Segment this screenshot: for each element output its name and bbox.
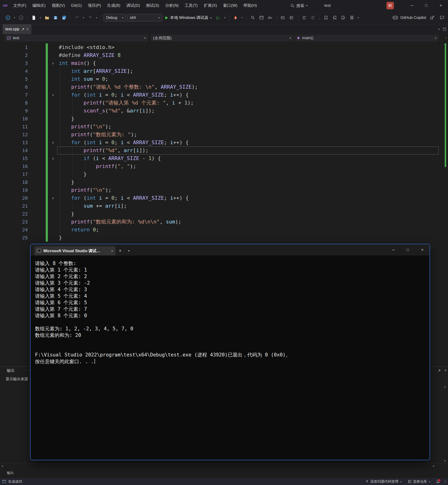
tab-list-dropdown[interactable]: ▾ (438, 28, 440, 31)
pin-icon[interactable] (22, 28, 24, 31)
menu-item[interactable]: 帮助(H) (240, 0, 260, 11)
panel-pin-icon[interactable] (438, 369, 441, 372)
menu-item[interactable]: 扩展(X) (201, 0, 220, 11)
solution-configuration-dropdown[interactable]: Debug ▾ (104, 14, 126, 22)
select-repository-button[interactable]: 选择仓库 ▲ (406, 478, 432, 485)
code-line[interactable]: 2#define ARRAY_SIZE 8 (0, 51, 442, 59)
console-tab-dropdown[interactable]: ▾ (125, 246, 133, 255)
code-line[interactable]: 16 printf(", "); (0, 162, 442, 170)
notifications-button[interactable] (435, 478, 441, 485)
console-tab-close-icon[interactable]: × (111, 249, 113, 253)
back-history-dropdown[interactable]: ▾ (13, 14, 16, 22)
output-horizontal-scrollbar[interactable]: ◂ ▸ (0, 463, 448, 468)
redo-button[interactable]: ↷ (86, 14, 94, 22)
menu-item[interactable]: Git(G) (68, 0, 85, 11)
comment-button[interactable] (301, 14, 308, 22)
start-without-debugging-button[interactable]: ▷ (215, 14, 222, 22)
share-button[interactable] (428, 14, 436, 22)
code-line[interactable]: 10 } (0, 115, 442, 123)
split-window-handle[interactable]: ↕ (445, 36, 447, 40)
panel-close-icon[interactable]: × (445, 368, 447, 373)
code-line[interactable]: 20∨ for (int i = 0; i < ARRAY_SIZE; i++)… (0, 194, 442, 202)
next-bookmark-button[interactable] (339, 14, 347, 22)
clear-bookmarks-button[interactable] (348, 14, 356, 22)
output-vertical-scrollbar[interactable]: ▴ ▾ (442, 384, 448, 463)
fold-chevron-icon[interactable]: ∨ (49, 194, 56, 202)
scroll-left-arrow-icon[interactable]: ◂ (1, 464, 3, 468)
output-source-dropdown[interactable]: 显示输出来源 (6, 377, 28, 382)
project-dropdown[interactable]: test ▾ (5, 34, 148, 41)
all-windows-button[interactable] (258, 14, 265, 22)
console-title-bar[interactable]: Microsoft Visual Studio 调试控制台 × + ▾ ─ □ … (31, 244, 430, 255)
copilot-label[interactable]: GitHub Copilot (400, 16, 426, 20)
member-dropdown[interactable]: main() ▾ (295, 34, 439, 41)
code-line[interactable]: 5 int sum = 0; (0, 75, 442, 83)
code-line[interactable]: 21 sum += arr[i]; (0, 202, 442, 210)
menu-item[interactable]: 文件(F) (10, 0, 29, 11)
find-in-files-button[interactable] (249, 14, 257, 22)
tab-options-icon[interactable] (443, 28, 446, 31)
code-line[interactable]: 18 } (0, 178, 442, 186)
solution-platform-dropdown[interactable]: x64 ▾ (127, 14, 162, 22)
code-line[interactable]: 4 int arr[ARRAY_SIZE]; (0, 67, 442, 75)
code-line[interactable]: 1#include <stdio.h> (0, 43, 442, 51)
menu-item[interactable]: 视图(V) (48, 0, 68, 11)
code-line[interactable]: 13∨ for (int i = 0; i < ARRAY_SIZE; i++)… (0, 139, 442, 146)
start-debugging-button[interactable]: ▶ 本地 Windows 调试器 ▾ (163, 14, 214, 22)
code-line[interactable]: 25} (0, 234, 442, 242)
toggle-bookmark-button[interactable] (322, 14, 330, 22)
undo-dropdown[interactable]: ▾ (82, 14, 85, 22)
debug-console-window[interactable]: Microsoft Visual Studio 调试控制台 × + ▾ ─ □ … (30, 244, 430, 460)
scroll-up-arrow-icon[interactable]: ▴ (442, 385, 448, 388)
editor-vertical-scrollbar[interactable]: ▴ (442, 42, 448, 366)
console-close-button[interactable]: × (415, 244, 430, 255)
feedback-button[interactable] (438, 14, 446, 22)
fold-chevron-icon[interactable]: ∨ (49, 91, 56, 99)
code-line[interactable]: 12 printf("数组元素为: "); (0, 131, 442, 139)
hot-reload-dropdown[interactable]: ▾ (240, 14, 244, 22)
outdent-button[interactable] (288, 14, 296, 22)
menu-item[interactable]: 项目(P) (85, 0, 104, 11)
search-box[interactable]: 搜索 ▾ (290, 0, 308, 11)
output-bottom-tab[interactable]: 输出 (7, 471, 14, 475)
maximize-button[interactable]: □ (419, 0, 433, 11)
console-tab[interactable]: Microsoft Visual Studio 调试控制台 × (34, 246, 115, 255)
code-line[interactable]: 7∨ for (int i = 0; i < ARRAY_SIZE; i++) … (0, 91, 442, 99)
console-minimize-button[interactable]: ─ (386, 244, 401, 255)
add-to-source-control-button[interactable]: 添加到源代码管理 ▲ (364, 478, 404, 485)
save-button[interactable] (52, 14, 59, 22)
close-tab-icon[interactable]: × (27, 27, 28, 31)
previous-bookmark-button[interactable] (331, 14, 338, 22)
new-file-dropdown[interactable]: ▾ (39, 14, 42, 22)
code-line[interactable]: 9 scanf_s("%d", &arr[i]); (0, 107, 442, 115)
open-file-button[interactable] (43, 14, 51, 22)
code-line[interactable]: 24 return 0; (0, 226, 442, 234)
new-file-button[interactable] (30, 14, 38, 22)
menu-item[interactable]: 生成(B) (104, 0, 123, 11)
code-line[interactable]: 23 printf("数组元素的和为: %d\n\n", sum); (0, 218, 442, 226)
code-line[interactable]: 19 printf("\n"); (0, 186, 442, 194)
menu-item[interactable]: 调试(D) (123, 0, 143, 11)
console-maximize-button[interactable]: □ (401, 244, 415, 255)
code-line[interactable]: 22 } (0, 210, 442, 218)
code-line[interactable]: 14 printf("%d", arr[i]); (0, 146, 442, 154)
menu-item[interactable]: 分析(N) (162, 0, 182, 11)
account-badge[interactable]: 积 (386, 2, 394, 9)
redo-dropdown[interactable]: ▾ (95, 14, 98, 22)
code-line[interactable]: 6 printf("请输入 %d 个整数: \n", ARRAY_SIZE); (0, 83, 442, 91)
start-without-debugging-dropdown[interactable]: ▾ (223, 14, 227, 22)
tab-test-cpp[interactable]: test.cpp × (3, 24, 31, 34)
indent-button[interactable] (279, 14, 287, 22)
menu-item[interactable]: 测试(S) (143, 0, 162, 11)
menu-item[interactable]: 编辑(E) (29, 0, 49, 11)
code-line[interactable]: 17 } (0, 170, 442, 178)
uncomment-button[interactable] (309, 14, 317, 22)
code-line[interactable]: 8 printf("请输入第 %d 个元素: ", i + 1); (0, 99, 442, 107)
scroll-down-arrow-icon[interactable]: ▾ (442, 459, 448, 462)
navigate-back-button[interactable] (4, 14, 12, 22)
scope-dropdown[interactable]: (全局范围) ▾ (151, 34, 293, 41)
menu-item[interactable]: 窗口(W) (220, 0, 240, 11)
menu-item[interactable]: 工具(T) (182, 0, 201, 11)
console-output[interactable]: 请输入 8 个整数: 请输入第 1 个元素: 1请输入第 2 个元素: 2请输入… (31, 255, 430, 365)
code-line[interactable]: 15∨ if (i < ARRAY_SIZE - 1) { (0, 154, 442, 162)
